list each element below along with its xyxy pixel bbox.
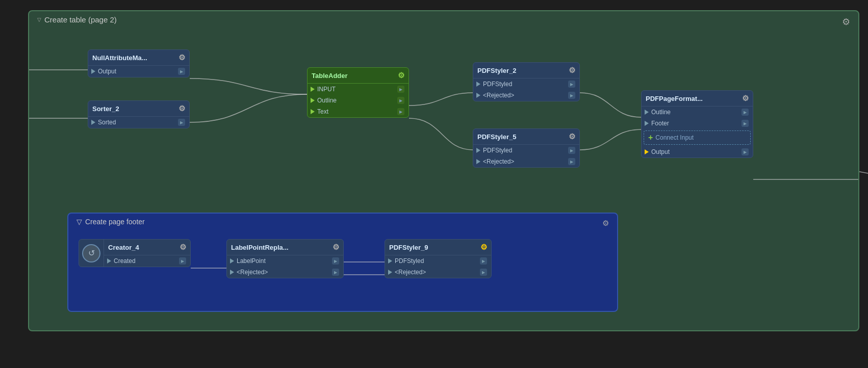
- node-pdf-page-format-header: PDFPageFormat... ⚙: [642, 91, 753, 107]
- node-label-point-repla-title: LabelPointRepla...: [231, 244, 289, 251]
- node-table-adder-gear[interactable]: ⚙: [398, 71, 404, 80]
- port-pf-footer-label: Footer: [651, 120, 669, 127]
- port-labelpoint-connector[interactable]: [332, 257, 339, 265]
- port-pdfstyled-2-triangle: [476, 82, 480, 87]
- port-pf-outline-triangle: [645, 110, 649, 115]
- port-rejected-9-triangle: [388, 270, 392, 275]
- port-pf-outline-connector[interactable]: [742, 109, 749, 116]
- port-outline-label: Outline: [317, 97, 337, 104]
- node-null-attribute-ma-header: NullAttributeMa... ⚙: [88, 50, 189, 66]
- port-outline-connector[interactable]: [397, 97, 404, 104]
- port-pf-output: Output: [642, 146, 753, 157]
- port-connect-input-label: Connect Input: [655, 134, 694, 141]
- port-outline-triangle: [311, 98, 315, 103]
- node-null-attribute-ma-title: NullAttributeMa...: [92, 54, 147, 62]
- node-table-adder: TableAdder ⚙ INPUT Outline Text: [307, 67, 409, 118]
- port-rejected-9: <Rejected>: [385, 267, 491, 278]
- port-rejected-9-label: <Rejected>: [395, 269, 426, 276]
- port-rejected-9-connector[interactable]: [480, 269, 487, 276]
- port-created: Created: [104, 255, 190, 267]
- node-pdf-styler-9-header: PDFStyler_9 ⚙: [385, 240, 491, 255]
- port-pdfstyled-5-label: PDFStyled: [483, 147, 512, 154]
- port-rejected-5-label: <Rejected>: [483, 158, 514, 165]
- node-pdf-styler-5-gear[interactable]: ⚙: [569, 132, 575, 141]
- node-pdf-styler-5: PDFStyler_5 ⚙ PDFStyled <Rejected>: [473, 128, 580, 168]
- port-pf-footer-triangle: [645, 121, 649, 126]
- node-pdf-page-format: PDFPageFormat... ⚙ Outline Footer + Conn…: [641, 90, 753, 158]
- port-pdfstyled-9-label: PDFStyled: [395, 257, 424, 265]
- node-table-adder-title: TableAdder: [312, 72, 348, 80]
- node-pdf-styler-2: PDFStyler_2 ⚙ PDFStyled <Rejected>: [473, 62, 580, 101]
- node-label-point-repla-gear[interactable]: ⚙: [333, 243, 339, 252]
- port-pf-outline: Outline: [642, 107, 753, 118]
- port-created-triangle: [107, 258, 111, 264]
- node-creator-4-title: Creator_4: [108, 244, 139, 251]
- port-pdfstyled-9: PDFStyled: [385, 255, 491, 267]
- port-pdfstyled-5: PDFStyled: [473, 145, 579, 156]
- port-labelpoint-triangle: [230, 258, 234, 264]
- node-pdf-styler-2-title: PDFStyler_2: [477, 67, 517, 74]
- port-pdfstyled-2-connector[interactable]: [568, 81, 575, 88]
- port-input-label: INPUT: [317, 86, 336, 93]
- port-lpr-rejected-connector[interactable]: [332, 269, 339, 276]
- node-creator-4-gear[interactable]: ⚙: [180, 243, 186, 252]
- port-text: Text: [308, 106, 409, 117]
- port-pf-output-triangle: [645, 149, 649, 154]
- node-label-point-repla-header: LabelPointRepla... ⚙: [227, 240, 343, 255]
- node-null-attribute-ma-gear[interactable]: ⚙: [178, 53, 185, 62]
- port-text-connector[interactable]: [397, 108, 404, 115]
- port-pf-output-connector[interactable]: [742, 148, 749, 155]
- port-pdfstyled-9-triangle: [388, 258, 392, 264]
- port-pf-footer-connector[interactable]: [742, 120, 749, 127]
- node-pdf-page-format-title: PDFPageFormat...: [646, 95, 703, 102]
- node-pdf-styler-2-header: PDFStyler_2 ⚙: [473, 63, 579, 78]
- port-rejected-2-connector[interactable]: [568, 92, 575, 99]
- node-pdf-styler-9-gear[interactable]: ⚙: [480, 243, 487, 252]
- main-group-settings[interactable]: ⚙: [842, 16, 850, 28]
- main-group: ▽ Create table (page 2) ⚙ NullAttributeM…: [28, 10, 859, 331]
- sub-group-footer-title: ▽ Create page footer: [76, 218, 145, 226]
- sub-group-footer: ▽ Create page footer ⚙ ↺ Creator_4 ⚙ Cre…: [67, 213, 618, 312]
- node-table-adder-header: TableAdder ⚙: [308, 68, 409, 84]
- port-text-triangle: [311, 109, 315, 114]
- collapse-triangle[interactable]: ▽: [37, 17, 41, 22]
- port-output-connector[interactable]: [178, 68, 185, 75]
- port-created-label: Created: [114, 257, 136, 265]
- port-null-output: Output: [88, 66, 189, 77]
- port-rejected-2: <Rejected>: [473, 90, 579, 101]
- main-group-title: ▽ Create table (page 2): [37, 15, 117, 24]
- node-null-attribute-ma: NullAttributeMa... ⚙ Output: [88, 49, 190, 77]
- node-creator-4-header: Creator_4 ⚙: [104, 240, 190, 255]
- node-pdf-styler-2-gear[interactable]: ⚙: [569, 66, 575, 75]
- port-sorted: Sorted: [88, 117, 189, 128]
- port-sorted-triangle: [91, 120, 95, 125]
- node-pdf-styler-5-header: PDFStyler_5 ⚙: [473, 129, 579, 145]
- port-input: INPUT: [308, 84, 409, 95]
- port-pdfstyled-5-connector[interactable]: [568, 147, 575, 154]
- port-created-connector[interactable]: [179, 257, 186, 265]
- port-input-triangle: [311, 87, 315, 92]
- main-group-label: Create table (page 2): [44, 15, 117, 24]
- node-sorter-2-gear[interactable]: ⚙: [178, 104, 185, 113]
- port-labelpoint-label: LabelPoint: [237, 257, 266, 265]
- port-pdfstyled-5-triangle: [476, 148, 480, 153]
- port-pf-outline-label: Outline: [651, 109, 671, 116]
- port-pdfstyled-2-label: PDFStyled: [483, 81, 512, 88]
- node-pdf-page-format-gear[interactable]: ⚙: [742, 94, 749, 103]
- port-pf-output-label: Output: [651, 148, 670, 155]
- canvas: ▽ Create table (page 2) ⚙ NullAttributeM…: [0, 0, 868, 368]
- port-pdfstyled-9-connector[interactable]: [480, 257, 487, 265]
- port-rejected-5-connector[interactable]: [568, 158, 575, 165]
- port-output-label: Output: [98, 68, 116, 75]
- node-sorter-2: Sorter_2 ⚙ Sorted: [88, 100, 190, 128]
- port-input-connector[interactable]: [397, 86, 404, 93]
- port-rejected-2-label: <Rejected>: [483, 92, 514, 99]
- port-pdfstyled-2: PDFStyled: [473, 78, 579, 90]
- port-pf-footer: Footer: [642, 118, 753, 129]
- sub-group-footer-gear[interactable]: ⚙: [602, 219, 609, 228]
- connect-input-plus-icon: +: [648, 133, 653, 142]
- port-sorted-connector[interactable]: [178, 119, 185, 126]
- sub-collapse-triangle[interactable]: ▽: [76, 218, 82, 226]
- port-rejected-2-triangle: [476, 93, 480, 98]
- port-lpr-rejected-triangle: [230, 270, 234, 275]
